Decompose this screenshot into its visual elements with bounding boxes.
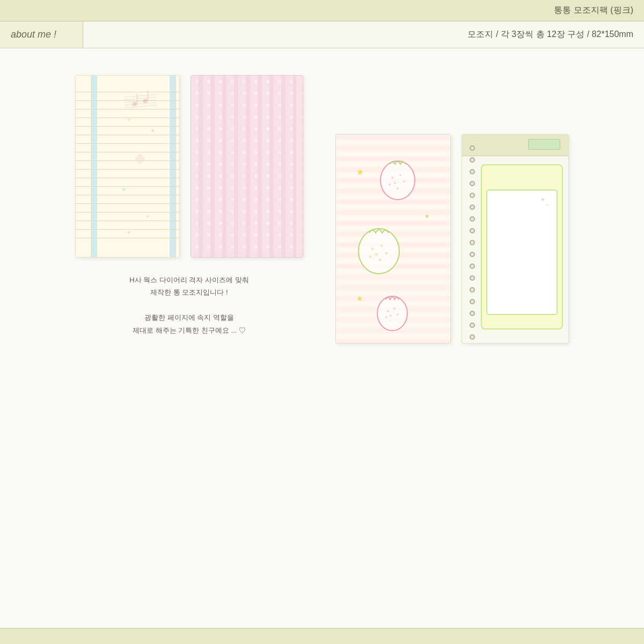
desc-line2: 제작한 통 모조지입니다 ! [129,286,248,298]
paper-cards-row: ★ ★ ★ ★ ✦ [75,75,303,258]
svg-text:★: ★ [540,196,545,202]
ring-9 [470,240,475,245]
svg-line-3 [124,103,156,105]
card4-top-tab [528,139,560,150]
about-me-label: about me ! [0,21,83,48]
desc-line1: H사 웍스 다이어리 격자 사이즈에 맞춰 [129,274,248,286]
sub-header: about me ! 모조지 / 각 3장씩 총 12장 구성 / 82*150… [0,21,644,48]
svg-point-33 [358,229,399,274]
ring-17 [470,334,475,340]
notebook-stars-svg: ★ ✦ [538,193,554,209]
svg-point-19 [138,160,142,164]
ring-14 [470,299,475,304]
svg-text:✦: ✦ [546,203,550,208]
card4-yellow-box: ★ ✦ [481,164,563,330]
main-content: ★ ★ ★ ★ ✦ [0,48,644,628]
svg-point-27 [399,174,401,176]
svg-text:★: ★ [127,116,131,122]
svg-point-44 [390,314,392,317]
svg-text:★: ★ [121,186,126,192]
svg-point-15 [138,157,142,160]
fruit-svg: ★ ★ [336,135,451,343]
svg-point-41 [377,296,407,331]
dots-svg [191,76,303,257]
svg-point-46 [385,316,387,318]
ring-1 [470,145,475,151]
desc-line3: 광활한 페이지에 속지 역할을 [129,311,248,324]
svg-point-34 [371,248,374,251]
description-text: H사 웍스 다이어리 격자 사이즈에 맞춰 제작한 통 모조지입니다 ! 광활한… [129,274,248,336]
svg-point-45 [397,313,399,316]
card4-spiral [469,145,476,332]
svg-point-38 [369,255,372,258]
paper-card-notebook: ★ ✦ [462,134,569,343]
svg-point-31 [397,187,399,189]
svg-line-0 [124,94,156,97]
ring-3 [470,169,475,174]
ring-12 [470,275,475,281]
svg-text:★: ★ [425,213,429,219]
svg-point-30 [389,184,391,186]
svg-point-43 [393,308,396,310]
ring-7 [470,216,475,222]
ring-15 [470,311,475,316]
bottom-bar [0,628,644,644]
svg-point-28 [394,182,396,184]
svg-point-29 [403,180,405,182]
card4-white-box: ★ ✦ [486,189,558,315]
ring-8 [470,228,475,233]
svg-line-2 [124,100,156,103]
music-decoration-svg: ★ ★ ★ ★ ✦ [97,84,162,250]
svg-point-26 [391,177,393,179]
svg-text:★: ★ [145,214,149,219]
right-section: ★ ★ [335,134,569,343]
ring-16 [470,323,475,328]
svg-point-42 [387,310,389,312]
ring-13 [470,287,475,292]
svg-text:★: ★ [151,128,155,133]
desc-line4: 제대로 해주는 기특한 친구예요 ... ♡ [129,324,248,336]
svg-line-1 [124,97,156,100]
svg-point-16 [135,157,138,160]
svg-text:✦: ✦ [127,230,131,235]
product-subtitle: 모조지 / 각 3장씩 총 12장 구성 / 82*150mm [83,29,644,40]
svg-text:★: ★ [356,294,363,303]
paper-card-fruit: ★ ★ [335,134,451,343]
ring-11 [470,264,475,269]
svg-point-36 [375,253,378,256]
svg-point-35 [380,245,383,247]
svg-point-39 [379,259,382,261]
left-section: ★ ★ ★ ★ ✦ [75,75,303,336]
ring-2 [470,157,475,163]
paper-card-dots [191,75,303,258]
ring-10 [470,252,475,257]
product-title: 통통 모조지팩 (핑크) [554,5,633,16]
ring-6 [470,204,475,210]
top-header: 통통 모조지팩 (핑크) [0,0,644,21]
svg-rect-21 [191,76,303,257]
ring-5 [470,193,475,198]
svg-text:★: ★ [356,167,364,177]
ring-4 [470,181,475,186]
svg-point-37 [385,252,388,255]
svg-point-17 [142,157,145,160]
svg-point-18 [138,154,142,157]
svg-point-25 [380,161,415,200]
svg-line-4 [124,105,156,108]
paper-card-lined: ★ ★ ★ ★ ✦ [75,75,180,258]
